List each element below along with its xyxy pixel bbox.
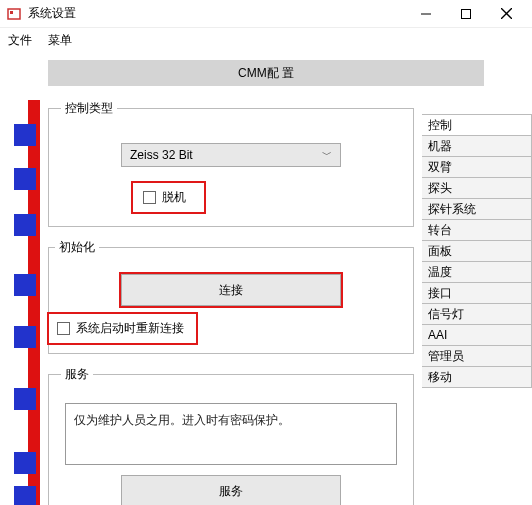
reconnect-highlight: 系统启动时重新连接: [47, 312, 198, 345]
tab-label: 接口: [428, 285, 452, 302]
dropdown-selected: Zeiss 32 Bit: [130, 148, 193, 162]
tab-interface[interactable]: 接口: [422, 282, 532, 304]
tab-probe[interactable]: 探头: [422, 177, 532, 199]
offline-label: 脱机: [162, 189, 186, 206]
left-marker-3: [14, 214, 36, 236]
tab-label: 转台: [428, 222, 452, 239]
chevron-down-icon: ﹀: [322, 148, 332, 162]
maximize-button[interactable]: [446, 0, 486, 28]
reconnect-label: 系统启动时重新连接: [76, 320, 184, 337]
tab-label: 移动: [428, 369, 452, 386]
init-legend: 初始化: [55, 239, 99, 256]
tab-dualarm[interactable]: 双臂: [422, 156, 532, 178]
menu-menu[interactable]: 菜单: [48, 32, 72, 49]
banner-title: CMM配 置: [238, 65, 294, 82]
left-marker-4: [14, 274, 36, 296]
tab-machine[interactable]: 机器: [422, 135, 532, 157]
tab-label: 双臂: [428, 159, 452, 176]
control-type-legend: 控制类型: [61, 100, 117, 117]
checkbox-box: [57, 322, 70, 335]
tab-rotary[interactable]: 转台: [422, 219, 532, 241]
tab-label: AAI: [428, 328, 447, 342]
tab-signal[interactable]: 信号灯: [422, 303, 532, 325]
left-marker-5: [14, 326, 36, 348]
tab-admin[interactable]: 管理员: [422, 345, 532, 367]
tab-label: 探头: [428, 180, 452, 197]
connect-button-label: 连接: [219, 282, 243, 299]
banner-wrap: CMM配 置: [0, 52, 532, 94]
left-red-bar: [28, 100, 40, 505]
svg-rect-3: [462, 9, 471, 18]
app-icon: [6, 6, 22, 22]
tab-move[interactable]: 移动: [422, 366, 532, 388]
service-button[interactable]: 服务: [121, 475, 341, 505]
tab-panel[interactable]: 面板: [422, 240, 532, 262]
service-button-label: 服务: [219, 483, 243, 500]
tab-label: 管理员: [428, 348, 464, 365]
main-panel: 控制类型 Zeiss 32 Bit ﹀ 脱机 初始化 连接: [40, 100, 422, 505]
init-fieldset: 初始化 连接 系统启动时重新连接: [48, 239, 414, 354]
tab-label: 控制: [428, 117, 452, 134]
svg-rect-0: [8, 9, 20, 19]
tab-label: 面板: [428, 243, 452, 260]
close-button[interactable]: [486, 0, 526, 28]
body: 控制类型 Zeiss 32 Bit ﹀ 脱机 初始化 连接: [0, 100, 532, 505]
service-note: 仅为维护人员之用。进入时有密码保护。: [65, 403, 397, 465]
service-legend: 服务: [61, 366, 93, 383]
reconnect-checkbox[interactable]: 系统启动时重新连接: [57, 320, 184, 337]
page-banner: CMM配 置: [48, 60, 484, 86]
minimize-button[interactable]: [406, 0, 446, 28]
tab-temperature[interactable]: 温度: [422, 261, 532, 283]
service-fieldset: 服务 仅为维护人员之用。进入时有密码保护。 服务: [48, 366, 414, 505]
tab-probesystem[interactable]: 探针系统: [422, 198, 532, 220]
tab-label: 信号灯: [428, 306, 464, 323]
tab-label: 温度: [428, 264, 452, 281]
offline-highlight: 脱机: [131, 181, 206, 214]
titlebar: 系统设置: [0, 0, 532, 28]
left-rail: [0, 100, 40, 505]
menu-file[interactable]: 文件: [8, 32, 32, 49]
connect-button[interactable]: 连接: [121, 274, 341, 306]
tab-label: 探针系统: [428, 201, 476, 218]
tab-control[interactable]: 控制: [422, 114, 532, 136]
menubar: 文件 菜单: [0, 28, 532, 52]
left-marker-6: [14, 388, 36, 410]
left-marker-7: [14, 452, 36, 474]
left-marker-1: [14, 124, 36, 146]
tab-aai[interactable]: AAI: [422, 324, 532, 346]
side-tabs: 控制 机器 双臂 探头 探针系统 转台 面板 温度 接口 信号灯 AAI 管理员…: [422, 100, 532, 505]
control-type-dropdown[interactable]: Zeiss 32 Bit ﹀: [121, 143, 341, 167]
svg-rect-1: [10, 11, 13, 14]
offline-checkbox[interactable]: 脱机: [143, 189, 186, 206]
left-marker-2: [14, 168, 36, 190]
tab-label: 机器: [428, 138, 452, 155]
checkbox-box: [143, 191, 156, 204]
left-marker-8: [14, 486, 36, 505]
control-type-fieldset: 控制类型 Zeiss 32 Bit ﹀ 脱机: [48, 100, 414, 227]
window-title: 系统设置: [28, 5, 406, 22]
